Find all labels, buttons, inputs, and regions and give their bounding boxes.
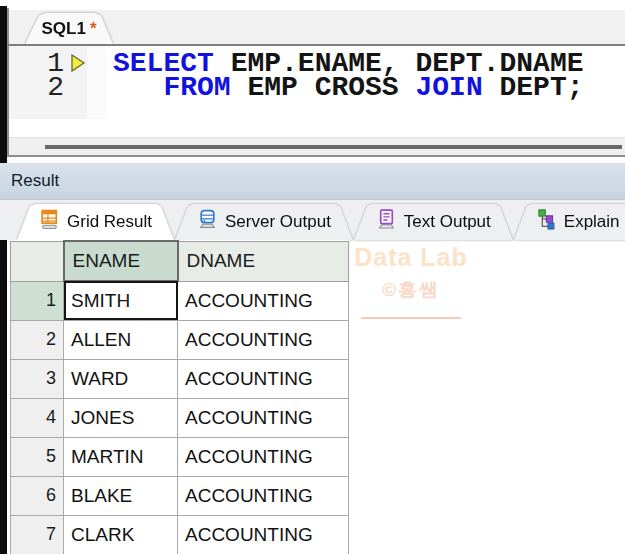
result-tabstrip: Grid Result Server Output <box>0 199 625 240</box>
grid-body: 1 SMITH ACCOUNTING 2 ALLEN ACCOUNTING 3 … <box>11 281 349 554</box>
result-grid: ENAME DNAME 1 SMITH ACCOUNTING 2 ALLEN A… <box>10 240 349 554</box>
column-header-dname[interactable]: DNAME <box>178 241 349 281</box>
tab-label: Text Output <box>404 212 491 232</box>
marker-placeholder <box>64 79 113 97</box>
ename-cell[interactable]: BLAKE <box>64 476 178 515</box>
sql-text: FROM EMP CROSS JOIN DEPT; <box>113 76 584 100</box>
sql-editor-panel: SQL1 * 1 SELECT EMP.ENAME, DEPT.DNAME 2 <box>7 8 625 157</box>
tab-explain-plan[interactable]: Explain Plan <box>514 204 625 240</box>
ename-cell[interactable]: CLARK <box>64 515 178 554</box>
tab-text-output[interactable]: Text Output <box>354 204 513 240</box>
sql-code-area[interactable]: 1 SELECT EMP.ENAME, DEPT.DNAME 2 FROM EM… <box>7 44 625 157</box>
tab-label: Server Output <box>225 212 331 232</box>
dname-cell[interactable]: ACCOUNTING <box>178 437 349 476</box>
dname-cell[interactable]: ACCOUNTING <box>178 476 349 515</box>
editor-tab-sql1[interactable]: SQL1 * <box>25 13 113 44</box>
line-number: 2 <box>9 76 64 100</box>
watermark-underline <box>361 317 461 319</box>
table-row[interactable]: 4 JONES ACCOUNTING <box>11 398 349 437</box>
row-number-cell[interactable]: 7 <box>11 515 64 554</box>
unsaved-changes-marker: * <box>90 19 97 39</box>
watermark-title: Data Lab <box>352 243 470 272</box>
scrollbar-thumb[interactable] <box>45 145 622 149</box>
tab-label: Explain Plan <box>564 212 625 232</box>
table-row[interactable]: 6 BLAKE ACCOUNTING <box>11 476 349 515</box>
tab-label: Grid Result <box>67 212 152 232</box>
row-number-cell[interactable]: 3 <box>11 359 64 398</box>
sql-ide-window: SQL1 * 1 SELECT EMP.ENAME, DEPT.DNAME 2 <box>0 0 625 554</box>
horizontal-scrollbar[interactable] <box>9 137 625 155</box>
table-row[interactable]: 3 WARD ACCOUNTING <box>11 359 349 398</box>
result-table: ENAME DNAME 1 SMITH ACCOUNTING 2 ALLEN A… <box>10 240 349 554</box>
watermark: Data Lab ©홍쌤 <box>352 243 470 319</box>
explain-plan-icon <box>536 209 557 235</box>
editor-tabstrip: SQL1 * <box>7 8 625 44</box>
row-number-cell[interactable]: 6 <box>11 476 64 515</box>
result-panel-title: Result <box>11 171 59 191</box>
server-output-icon <box>197 209 218 235</box>
table-row[interactable]: 7 CLARK ACCOUNTING <box>11 515 349 554</box>
dname-cell[interactable]: ACCOUNTING <box>178 515 349 554</box>
row-number-cell[interactable]: 1 <box>11 281 64 320</box>
execute-position-marker-icon <box>64 55 113 73</box>
dname-cell[interactable]: ACCOUNTING <box>178 320 349 359</box>
result-panel-header: Result <box>0 163 625 199</box>
window-left-border <box>0 6 7 554</box>
row-number-cell[interactable]: 5 <box>11 437 64 476</box>
tab-server-output[interactable]: Server Output <box>175 204 353 240</box>
row-number-cell[interactable]: 2 <box>11 320 64 359</box>
ename-cell[interactable]: JONES <box>64 398 178 437</box>
header-row: ENAME DNAME <box>11 241 349 281</box>
editor-tab-label: SQL1 <box>41 19 85 39</box>
ename-cell[interactable]: MARTIN <box>64 437 178 476</box>
dname-cell[interactable]: ACCOUNTING <box>178 359 349 398</box>
row-number-cell[interactable]: 4 <box>11 398 64 437</box>
dname-cell[interactable]: ACCOUNTING <box>178 398 349 437</box>
corner-header-cell[interactable] <box>11 241 64 281</box>
code-line-2[interactable]: 2 FROM EMP CROSS JOIN DEPT; <box>9 76 584 100</box>
grid-result-icon <box>39 209 60 235</box>
ename-cell[interactable]: WARD <box>64 359 178 398</box>
watermark-copyright: ©홍쌤 <box>352 277 470 303</box>
table-row[interactable]: 1 SMITH ACCOUNTING <box>11 281 349 320</box>
ename-cell[interactable]: SMITH <box>64 281 178 320</box>
table-row[interactable]: 5 MARTIN ACCOUNTING <box>11 437 349 476</box>
tab-grid-result[interactable]: Grid Result <box>17 204 174 240</box>
table-row[interactable]: 2 ALLEN ACCOUNTING <box>11 320 349 359</box>
dname-cell[interactable]: ACCOUNTING <box>178 281 349 320</box>
text-output-icon <box>376 209 397 235</box>
ename-cell[interactable]: ALLEN <box>64 320 178 359</box>
column-header-ename[interactable]: ENAME <box>64 241 178 281</box>
